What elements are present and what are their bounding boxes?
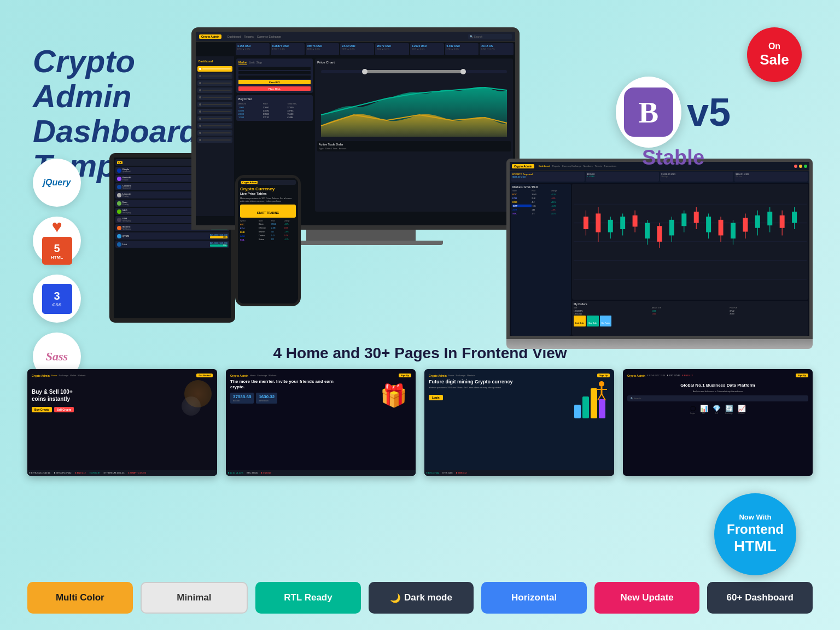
svg-rect-46 bbox=[582, 396, 589, 418]
thumbnail-3: Crypto Admin Home Exchange Markets Sign … bbox=[424, 369, 614, 476]
thumb4-headline: Global No.1 Business Data Platform bbox=[627, 383, 808, 388]
feature-badges-row: Multi Color Minimal RTL Ready 🌙 Dark mod… bbox=[27, 582, 813, 614]
desktop-base bbox=[306, 230, 416, 241]
svg-rect-1 bbox=[365, 70, 463, 73]
feature-horizontal-label: Horizontal bbox=[511, 592, 557, 603]
svg-rect-12 bbox=[596, 213, 600, 232]
bootstrap-stable: Stable bbox=[642, 146, 704, 170]
tech-badge-css3: 3 CSS bbox=[33, 275, 81, 323]
svg-rect-34 bbox=[731, 223, 736, 239]
svg-point-49 bbox=[599, 381, 604, 387]
laptop-base bbox=[506, 339, 813, 349]
price-chart-svg bbox=[317, 66, 511, 137]
feature-dashboard: 60+ Dashboard bbox=[707, 582, 813, 614]
laptop-screen: Crypto Admin Dashboard Reports Currency … bbox=[506, 159, 813, 339]
feature-multicolor-label: Multi Color bbox=[56, 592, 104, 603]
svg-rect-24 bbox=[669, 220, 674, 236]
svg-rect-18 bbox=[633, 215, 638, 227]
thumb1-buy-btn: Buy Crypto bbox=[32, 407, 52, 412]
feature-horizontal: Horizontal bbox=[481, 582, 587, 614]
thumbnails-row: Crypto Admin Home Exchange Wallet Market… bbox=[27, 369, 813, 476]
svg-rect-32 bbox=[719, 220, 724, 236]
bootstrap-version: v5 bbox=[687, 90, 731, 135]
feature-dashboard-label: 60+ Dashboard bbox=[727, 592, 794, 603]
svg-rect-45 bbox=[574, 405, 581, 418]
bootstrap-circle: B bbox=[616, 77, 681, 148]
phone-screen: Crypto Admin Crypto Currency Live Price … bbox=[235, 175, 301, 306]
frontend-now-with: Now With bbox=[739, 513, 771, 522]
frontend-html: HTML bbox=[734, 537, 777, 556]
svg-rect-28 bbox=[694, 212, 699, 223]
svg-point-2 bbox=[362, 69, 368, 74]
html5-icon: ♥ bbox=[52, 217, 62, 237]
svg-rect-10 bbox=[584, 217, 588, 229]
on-sale-badge: On Sale bbox=[747, 27, 802, 82]
thumbnail-1: Crypto Admin Home Exchange Wallet Market… bbox=[27, 369, 217, 476]
frontend-badge: Now With Frontend HTML bbox=[714, 493, 796, 575]
thumb1-sell-btn: Sell Crypto bbox=[54, 407, 74, 412]
svg-rect-47 bbox=[591, 388, 597, 418]
feature-dark-label: Dark mode bbox=[404, 592, 452, 603]
feature-minimal-label: Minimal bbox=[177, 592, 211, 603]
svg-rect-22 bbox=[657, 226, 662, 242]
tech-badge-jquery: jQuery bbox=[33, 159, 81, 207]
thumbnail-2: Crypto Admin Home Exchange Markets Sign … bbox=[226, 369, 416, 476]
svg-rect-42 bbox=[780, 215, 785, 228]
bootstrap-badge: B v5 Stable bbox=[616, 71, 731, 153]
feature-rtl-label: RTL Ready bbox=[284, 592, 332, 603]
on-sale-on: On bbox=[768, 42, 780, 51]
svg-rect-48 bbox=[599, 399, 605, 418]
thumbnail-4: Crypto Admin ⬆ ETHUSDC 2149 ⬆ BTC 37542 … bbox=[623, 369, 813, 476]
moon-icon: 🌙 bbox=[390, 593, 401, 603]
feature-minimal: Minimal bbox=[141, 582, 248, 614]
desktop-topbar: Crypto Admin Dashboard Reports Currency … bbox=[196, 32, 515, 42]
frontend-label: Frontend bbox=[727, 522, 784, 538]
tech-badge-html5: ♥ 5 HTML bbox=[33, 217, 81, 265]
svg-rect-14 bbox=[608, 220, 613, 232]
svg-rect-30 bbox=[706, 217, 711, 232]
tech-badges-list: jQuery ♥ 5 HTML 3 CSS Sass bbox=[33, 159, 81, 381]
feature-rtl: RTL Ready bbox=[255, 582, 361, 614]
svg-point-3 bbox=[460, 69, 466, 74]
svg-rect-26 bbox=[681, 213, 686, 226]
on-sale-sale: Sale bbox=[760, 51, 789, 68]
svg-rect-16 bbox=[620, 217, 625, 229]
feature-multicolor: Multi Color bbox=[27, 582, 133, 614]
candlestick-chart bbox=[574, 185, 807, 298]
svg-rect-44 bbox=[792, 212, 797, 223]
desktop-stand bbox=[279, 241, 443, 245]
thumb3-login-btn: Login bbox=[429, 395, 443, 400]
laptop-mockup: Crypto Admin Dashboard Reports Currency … bbox=[506, 159, 824, 349]
bootstrap-b-letter: B bbox=[624, 88, 673, 137]
feature-dark: 🌙 Dark mode bbox=[369, 582, 474, 614]
thumb3-headline: Future digit mining Crypto currency bbox=[429, 379, 528, 386]
svg-rect-40 bbox=[767, 212, 772, 225]
phone-mockup: Crypto Admin Crypto Currency Live Price … bbox=[235, 175, 301, 306]
svg-rect-36 bbox=[743, 218, 748, 231]
svg-rect-20 bbox=[645, 223, 650, 239]
svg-rect-38 bbox=[755, 215, 760, 228]
feature-newupdate: New Update bbox=[594, 582, 700, 614]
feature-newupdate-label: New Update bbox=[621, 592, 674, 603]
